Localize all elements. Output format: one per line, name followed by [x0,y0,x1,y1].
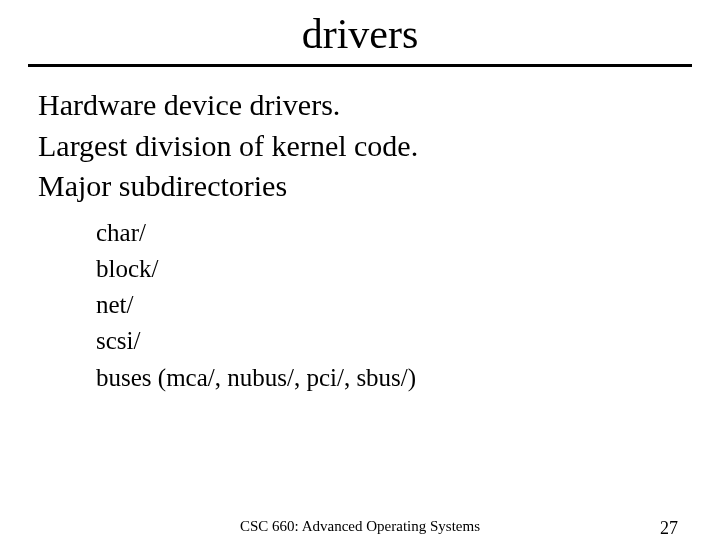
body-line: Hardware device drivers. [38,85,682,126]
body-line: Major subdirectories [38,166,682,207]
list-item: block/ [96,251,682,287]
subdirectory-list: char/ block/ net/ scsi/ buses (mca/, nub… [38,207,682,396]
slide: drivers Hardware device drivers. Largest… [0,0,720,540]
list-item: scsi/ [96,323,682,359]
list-item: net/ [96,287,682,323]
list-item: char/ [96,215,682,251]
list-item: buses (mca/, nubus/, pci/, sbus/) [96,360,682,396]
course-label: CSC 660: Advanced Operating Systems [0,518,720,535]
body-line: Largest division of kernel code. [38,126,682,167]
page-number: 27 [660,518,678,539]
slide-title: drivers [0,0,720,64]
slide-body: Hardware device drivers. Largest divisio… [0,67,720,396]
